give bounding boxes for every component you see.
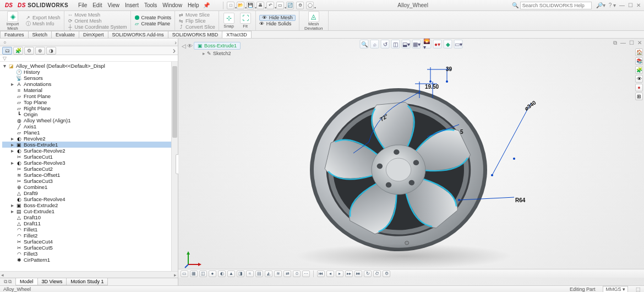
tree-item[interactable]: ◐Surface-Revolve4 bbox=[2, 196, 178, 202]
tp-resources[interactable]: 📚 bbox=[635, 57, 643, 65]
ribbon-move-mesh[interactable]: ↔Move Mesh bbox=[68, 12, 127, 18]
dim-1950[interactable]: 19.50 bbox=[425, 84, 439, 90]
bc-back[interactable]: ◁ bbox=[182, 43, 186, 49]
vt-settings[interactable]: ⚙ bbox=[383, 271, 390, 277]
vt-play-next[interactable]: ▸▸ bbox=[345, 271, 353, 277]
vt-play[interactable]: ▸ bbox=[336, 271, 343, 277]
tab-xtract3d[interactable]: XTract3D bbox=[222, 31, 252, 38]
search-dd[interactable]: 🔎▾ bbox=[596, 2, 605, 8]
vt-more1[interactable]: ⋯ bbox=[302, 271, 310, 277]
tree-root[interactable]: ▾◪Alloy_Wheel (Default<<Default>_Displ bbox=[2, 63, 178, 69]
vt-thickness[interactable]: ≋ bbox=[274, 271, 282, 277]
tree-item[interactable]: ▱Plane1 bbox=[2, 129, 178, 136]
tp-appearance[interactable]: ● bbox=[635, 84, 643, 91]
gfx-max[interactable]: ☐ bbox=[629, 40, 634, 46]
menu-help[interactable]: Help bbox=[188, 2, 199, 8]
menu-window[interactable]: Window bbox=[162, 2, 182, 8]
qat-new[interactable]: □▾ bbox=[227, 2, 234, 9]
tree-item[interactable]: ✂SurfaceCut3 bbox=[2, 178, 178, 184]
vt-draft[interactable]: ◭ bbox=[265, 271, 272, 277]
tree-item[interactable]: △Draft11 bbox=[2, 220, 178, 226]
tp-home[interactable]: 🏠 bbox=[635, 48, 643, 56]
tree-item[interactable]: ⊕Combine1 bbox=[2, 184, 178, 190]
ribbon-mesh-deviation[interactable]: ◬MeshDeviation bbox=[303, 11, 325, 31]
tree-item[interactable]: ▸▣Boss-Extrude1 bbox=[2, 142, 178, 148]
ribbon-use-cs[interactable]: ┼Use Coordinate System bbox=[68, 24, 127, 30]
qat-print[interactable]: 🖶▾ bbox=[256, 2, 264, 9]
tree-item[interactable]: ◠Fillet3 bbox=[2, 251, 178, 257]
menu-edit[interactable]: Edit bbox=[92, 2, 102, 8]
vt-curv[interactable]: ≈ bbox=[246, 271, 254, 277]
tree-item[interactable]: ▱Top Plane bbox=[2, 99, 178, 105]
ribbon-move-slice[interactable]: ⇄Move Slice bbox=[178, 12, 215, 18]
ribbon-hide-solids[interactable]: 👁Hide Solids bbox=[259, 21, 296, 27]
tree-item[interactable]: ✱CirPattern1 bbox=[2, 257, 178, 263]
ribbon-create-plane[interactable]: ▱Create Plane bbox=[134, 21, 172, 27]
vt-section2[interactable]: ◨ bbox=[237, 271, 244, 277]
ribbon-orient-mesh[interactable]: ⟳Orient Mesh bbox=[68, 18, 127, 24]
tree-item[interactable]: ◍Alloy Wheel (Align)1 bbox=[2, 117, 178, 123]
vt-play-first[interactable]: ⏮ bbox=[317, 271, 325, 277]
ribbon-hide-mesh[interactable]: 👁Hide Mesh bbox=[259, 15, 296, 21]
bottab-motion[interactable]: Motion Study 1 bbox=[66, 278, 108, 285]
tree-item[interactable]: ◠Fillet2 bbox=[2, 232, 178, 239]
fm-tab-prop[interactable]: 🧩 bbox=[13, 47, 23, 55]
fm-tab-right[interactable]: › bbox=[173, 46, 176, 56]
bc-feature[interactable]: ▣Boss-Extrude1 bbox=[194, 42, 241, 50]
gfx-newwin[interactable]: ⧉ bbox=[613, 40, 617, 46]
tree-hscroll[interactable]: ◂▸ bbox=[0, 271, 178, 278]
tree-item[interactable]: △Draft10 bbox=[2, 214, 178, 220]
ribbon-import-mesh[interactable]: ◈ ImportMesh bbox=[3, 11, 22, 31]
tp-view[interactable]: 👁 bbox=[635, 75, 643, 83]
vt-zebra[interactable]: ▤ bbox=[255, 271, 263, 277]
menu-file[interactable]: File bbox=[78, 2, 87, 8]
ribbon-flip-slice[interactable]: ⇋Flip Slice bbox=[178, 18, 215, 24]
tree-item[interactable]: ▸◐Surface-Revolve3 bbox=[2, 160, 178, 166]
menu-tools[interactable]: Tools bbox=[144, 2, 157, 8]
tab-mbd[interactable]: SOLIDWORKS MBD bbox=[168, 31, 223, 38]
tree-item[interactable]: ≋Surface-Offset1 bbox=[2, 172, 178, 178]
ribbon-export-mesh[interactable]: ↗Export Mesh bbox=[25, 15, 61, 21]
tp-custom[interactable]: ⊞ bbox=[635, 93, 643, 100]
vt-shaded[interactable]: ● bbox=[209, 271, 216, 277]
ribbon-mesh-info[interactable]: ⓘMesh Info bbox=[25, 21, 61, 27]
tab-dimxpert[interactable]: DimXpert bbox=[79, 31, 108, 38]
dim-39[interactable]: 39 bbox=[446, 66, 452, 72]
tree-item[interactable]: ▱Front Plane bbox=[2, 93, 178, 99]
tree-item[interactable]: 📡Sensors bbox=[2, 75, 178, 81]
tree-item[interactable]: ▱Right Plane bbox=[2, 105, 178, 111]
tree-item[interactable]: ▸◐Revolve2 bbox=[2, 136, 178, 142]
pin-icon[interactable]: 📌 bbox=[203, 2, 210, 8]
ribbon-fit[interactable]: ⛶Fit bbox=[239, 13, 252, 29]
ribbon-snap[interactable]: ⊹Snap bbox=[222, 13, 236, 29]
tree-item[interactable]: ✂SurfaceCut1 bbox=[2, 154, 178, 160]
fm-filter[interactable]: ▽ bbox=[0, 55, 178, 62]
gfx-close[interactable]: ✕ bbox=[637, 40, 642, 46]
vt-hlr[interactable]: ◫ bbox=[199, 271, 207, 277]
tree-item[interactable]: △Draft9 bbox=[2, 190, 178, 196]
tree-item[interactable]: ✂SurfaceCut4 bbox=[2, 239, 178, 245]
tree-item[interactable]: ┗Origin bbox=[2, 111, 178, 117]
tp-design[interactable]: 🧩 bbox=[635, 66, 643, 74]
vt-play-prev[interactable]: ◂ bbox=[326, 271, 334, 277]
bottab-3dviews[interactable]: 3D Views bbox=[37, 278, 67, 285]
vt-symmetry[interactable]: ⦶ bbox=[293, 271, 301, 277]
tree-item[interactable]: ▸◐Surface-Revolve2 bbox=[2, 148, 178, 154]
fm-tab-dim[interactable]: ⊕ bbox=[35, 47, 45, 55]
win-min[interactable]: — bbox=[619, 2, 625, 8]
tree-item[interactable]: ▸AAnnotations bbox=[2, 81, 178, 87]
ribbon-convert-slice[interactable]: ⤴Convert Slice bbox=[178, 24, 215, 30]
fm-tab-disp[interactable]: ◑ bbox=[46, 47, 56, 55]
qat-save[interactable]: 💾▾ bbox=[247, 2, 254, 9]
tree-item[interactable]: ✂SurfaceCut5 bbox=[2, 245, 178, 251]
qat-rebuild[interactable]: 🔃 bbox=[286, 2, 294, 9]
status-units[interactable]: MMGS ▾ bbox=[603, 286, 628, 293]
qat-select[interactable]: ▭▾ bbox=[276, 2, 284, 9]
bc-hide[interactable]: 👁 bbox=[187, 43, 193, 49]
vt-shadow[interactable]: ◐ bbox=[218, 271, 226, 277]
bottab-model[interactable]: Model bbox=[15, 278, 38, 285]
menu-insert[interactable]: Insert bbox=[125, 2, 139, 8]
fm-tab-config[interactable]: ⚙ bbox=[24, 47, 34, 55]
dim-5[interactable]: 5 bbox=[460, 129, 463, 135]
tree-item[interactable]: ≡Material bbox=[2, 87, 178, 93]
